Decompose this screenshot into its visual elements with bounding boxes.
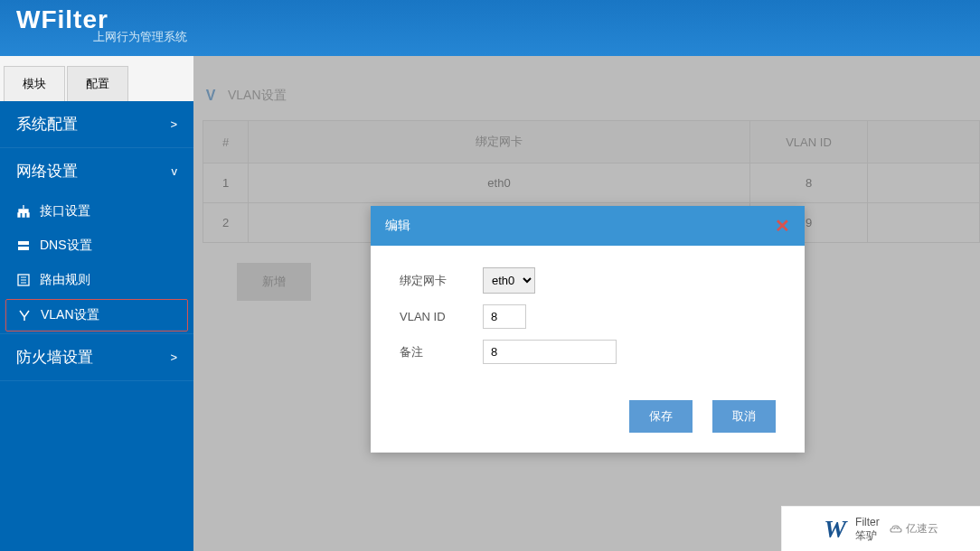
menu-title-firewall: 防火墙设置 xyxy=(16,347,93,368)
interface-icon xyxy=(16,204,31,219)
svg-rect-0 xyxy=(18,241,29,245)
label-bind-nic: 绑定网卡 xyxy=(400,273,483,289)
menu-section-firewall: 防火墙设置 > xyxy=(0,334,193,381)
sidebar-item-label: 路由规则 xyxy=(40,272,90,288)
edit-modal: 编辑 ✕ 绑定网卡 eth0 VLAN ID 备注 保存 取消 xyxy=(371,206,805,453)
select-bind-nic[interactable]: eth0 xyxy=(483,267,535,294)
save-button[interactable]: 保存 xyxy=(629,400,693,433)
menu-section-network: 网络设置 v 接口设置 DNS设置 路由规则 VLAN设置 xyxy=(0,148,193,334)
route-icon xyxy=(16,273,31,287)
input-vlan-id[interactable] xyxy=(483,304,526,329)
watermark-logo: W xyxy=(824,515,846,544)
close-icon[interactable]: ✕ xyxy=(775,217,790,235)
sidebar: 模块 配置 系统配置 > 网络设置 v 接口设置 DNS xyxy=(0,56,193,551)
tab-module[interactable]: 模块 xyxy=(4,66,65,101)
label-remark: 备注 xyxy=(400,344,483,360)
chevron-right-icon: > xyxy=(170,350,177,364)
sidebar-item-route[interactable]: 路由规则 xyxy=(0,263,193,297)
menu-header-network[interactable]: 网络设置 v xyxy=(0,148,193,194)
menu-header-firewall[interactable]: 防火墙设置 > xyxy=(0,334,193,380)
logo-subtitle: 上网行为管理系统 xyxy=(93,29,187,45)
vlan-icon xyxy=(17,308,32,322)
watermark: W Filter 笨驴 亿速云 xyxy=(781,506,980,551)
watermark-yisu: 亿速云 xyxy=(889,521,938,537)
sidebar-item-vlan[interactable]: VLAN设置 xyxy=(5,299,188,332)
modal-body: 绑定网卡 eth0 VLAN ID 备注 xyxy=(371,246,805,391)
modal-footer: 保存 取消 xyxy=(371,391,805,453)
menu-section-system: 系统配置 > xyxy=(0,101,193,148)
sidebar-item-interface[interactable]: 接口设置 xyxy=(0,194,193,229)
app-header: WFilter 上网行为管理系统 xyxy=(0,0,980,56)
input-remark[interactable] xyxy=(483,340,617,364)
menu-title-network: 网络设置 xyxy=(16,161,78,182)
chevron-down-icon: v xyxy=(172,164,178,178)
chevron-right-icon: > xyxy=(170,117,177,131)
modal-title: 编辑 xyxy=(385,218,410,234)
sidebar-item-label: VLAN设置 xyxy=(41,307,99,323)
cancel-button[interactable]: 取消 xyxy=(712,400,776,433)
menu-title-system: 系统配置 xyxy=(16,114,78,135)
label-vlan-id: VLAN ID xyxy=(400,310,483,323)
sidebar-tabs: 模块 配置 xyxy=(0,56,193,101)
sidebar-item-dns[interactable]: DNS设置 xyxy=(0,229,193,263)
menu-header-system[interactable]: 系统配置 > xyxy=(0,101,193,147)
watermark-text: Filter 笨驴 xyxy=(855,516,880,542)
tab-config[interactable]: 配置 xyxy=(67,66,128,101)
modal-header: 编辑 ✕ xyxy=(371,206,805,246)
dns-icon xyxy=(16,238,31,253)
svg-rect-1 xyxy=(18,247,29,250)
cloud-icon xyxy=(889,523,903,536)
sidebar-item-label: 接口设置 xyxy=(40,203,90,219)
logo-area: WFilter 上网行为管理系统 xyxy=(16,7,187,45)
sidebar-item-label: DNS设置 xyxy=(40,238,92,254)
